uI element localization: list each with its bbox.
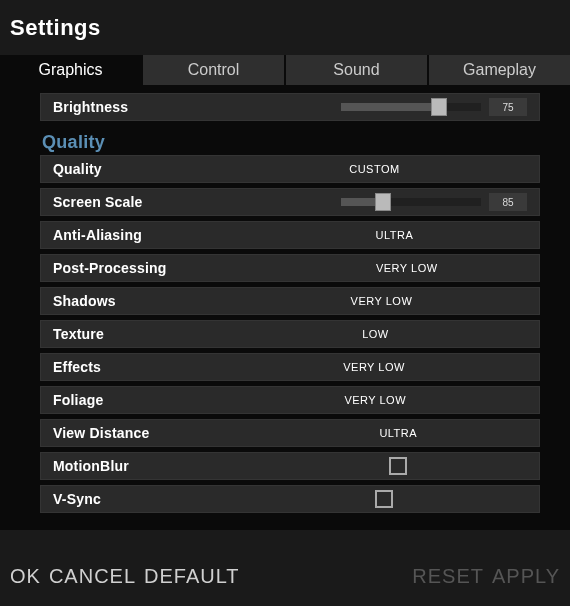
setting-brightness: Brightness 75 bbox=[40, 93, 540, 121]
apply-button[interactable]: APPLY bbox=[492, 565, 560, 588]
effects-value: VERY LOW bbox=[221, 361, 527, 373]
foliage-label: Foliage bbox=[53, 392, 103, 408]
setting-vsync: V-Sync bbox=[40, 485, 540, 513]
tab-gameplay[interactable]: Gameplay bbox=[429, 55, 570, 85]
setting-shadows[interactable]: Shadows VERY LOW bbox=[40, 287, 540, 315]
post-processing-value: VERY LOW bbox=[286, 262, 527, 274]
brightness-value: 75 bbox=[489, 98, 527, 116]
view-distance-label: View Distance bbox=[53, 425, 150, 441]
tab-control[interactable]: Control bbox=[143, 55, 284, 85]
brightness-slider[interactable] bbox=[341, 103, 481, 111]
scroll-container[interactable]: Brightness 75 Quality Quality CUSTOM Scr… bbox=[40, 93, 550, 522]
motion-blur-checkbox-wrap bbox=[269, 457, 527, 475]
setting-view-distance[interactable]: View Distance ULTRA bbox=[40, 419, 540, 447]
settings-content: Brightness 75 Quality Quality CUSTOM Scr… bbox=[0, 85, 570, 530]
footer-left: OK CANCEL DEFAULT bbox=[10, 565, 240, 588]
default-button[interactable]: DEFAULT bbox=[144, 565, 240, 588]
screen-scale-slider[interactable] bbox=[341, 198, 481, 206]
motion-blur-checkbox[interactable] bbox=[389, 457, 407, 475]
screen-scale-slider-container: 85 bbox=[143, 193, 527, 211]
brightness-slider-fill bbox=[341, 103, 439, 111]
brightness-slider-container: 75 bbox=[128, 98, 527, 116]
vsync-label: V-Sync bbox=[53, 491, 101, 507]
vsync-checkbox[interactable] bbox=[375, 490, 393, 508]
page-title: Settings bbox=[10, 15, 101, 41]
reset-button[interactable]: RESET bbox=[412, 565, 484, 588]
screen-scale-slider-thumb[interactable] bbox=[375, 193, 391, 211]
motion-blur-label: MotionBlur bbox=[53, 458, 129, 474]
setting-texture[interactable]: Texture LOW bbox=[40, 320, 540, 348]
setting-quality[interactable]: Quality CUSTOM bbox=[40, 155, 540, 183]
setting-anti-aliasing[interactable]: Anti-Aliasing ULTRA bbox=[40, 221, 540, 249]
screen-scale-label: Screen Scale bbox=[53, 194, 143, 210]
setting-post-processing[interactable]: Post-Processing VERY LOW bbox=[40, 254, 540, 282]
shadows-label: Shadows bbox=[53, 293, 116, 309]
setting-motion-blur: MotionBlur bbox=[40, 452, 540, 480]
setting-effects[interactable]: Effects VERY LOW bbox=[40, 353, 540, 381]
foliage-value: VERY LOW bbox=[223, 394, 527, 406]
quality-value: CUSTOM bbox=[222, 163, 527, 175]
tab-bar: Graphics Control Sound Gameplay bbox=[0, 55, 570, 85]
effects-label: Effects bbox=[53, 359, 101, 375]
footer-right: RESET APPLY bbox=[412, 565, 560, 588]
texture-label: Texture bbox=[53, 326, 104, 342]
anti-aliasing-label: Anti-Aliasing bbox=[53, 227, 142, 243]
brightness-label: Brightness bbox=[53, 99, 128, 115]
tab-sound[interactable]: Sound bbox=[286, 55, 427, 85]
settings-header: Settings bbox=[0, 0, 570, 55]
screen-scale-value: 85 bbox=[489, 193, 527, 211]
post-processing-label: Post-Processing bbox=[53, 260, 166, 276]
anti-aliasing-value: ULTRA bbox=[262, 229, 527, 241]
footer: OK CANCEL DEFAULT RESET APPLY bbox=[0, 530, 570, 606]
texture-value: LOW bbox=[224, 328, 527, 340]
setting-screen-scale: Screen Scale 85 bbox=[40, 188, 540, 216]
view-distance-value: ULTRA bbox=[270, 427, 528, 439]
brightness-slider-thumb[interactable] bbox=[431, 98, 447, 116]
cancel-button[interactable]: CANCEL bbox=[49, 565, 136, 588]
quality-label: Quality bbox=[53, 161, 102, 177]
vsync-checkbox-wrap bbox=[241, 490, 527, 508]
shadows-value: VERY LOW bbox=[236, 295, 527, 307]
setting-foliage[interactable]: Foliage VERY LOW bbox=[40, 386, 540, 414]
tab-graphics[interactable]: Graphics bbox=[0, 55, 141, 85]
section-quality-header: Quality bbox=[40, 126, 540, 155]
ok-button[interactable]: OK bbox=[10, 565, 41, 588]
